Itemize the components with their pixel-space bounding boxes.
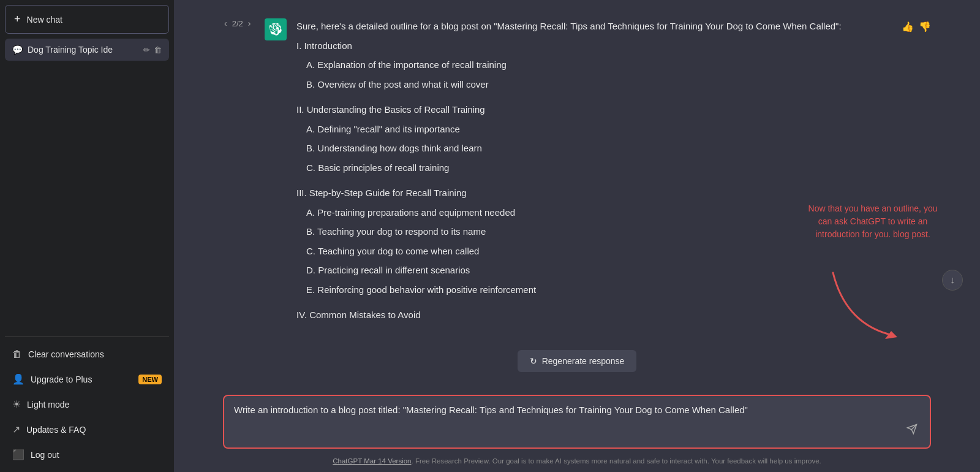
thumbs-up-button[interactable]: 👍 <box>902 21 914 32</box>
regenerate-label: Regenerate response <box>542 356 625 366</box>
scroll-down-button[interactable]: ↓ <box>942 270 963 291</box>
message-nav: ‹ 2/2 › <box>223 18 260 28</box>
regenerate-area: ↻ Regenerate response <box>223 345 931 375</box>
thumbs-down-button[interactable]: 👎 <box>919 21 931 32</box>
chat-item-actions: ✏ 🗑 <box>143 45 162 55</box>
gpt-message-content: Sure, here's a detailed outline for a bl… <box>296 18 892 333</box>
total-pages: 2 <box>239 19 243 28</box>
sidebar-item-lightmode[interactable]: ☀ Light mode <box>5 392 169 417</box>
edit-icon[interactable]: ✏ <box>143 45 150 55</box>
sun-icon: ☀ <box>12 398 21 410</box>
chat-area: ‹ 2/2 › Sure, here's a detailed outline … <box>174 0 980 389</box>
send-button[interactable] <box>904 421 920 440</box>
plus-icon: + <box>14 13 21 26</box>
main-panel: ‹ 2/2 › Sure, here's a detailed outline … <box>174 0 980 472</box>
external-link-icon: ↗ <box>12 424 20 435</box>
outline-sections: I. IntroductionA. Explanation of the imp… <box>296 38 892 323</box>
input-wrapper: Write an introduction to a blog post tit… <box>223 395 931 449</box>
outline-section: I. IntroductionA. Explanation of the imp… <box>296 38 892 93</box>
gpt-avatar <box>265 18 287 40</box>
chat-input[interactable]: Write an introduction to a blog post tit… <box>234 403 898 440</box>
outline-section: III. Step-by-Step Guide for Recall Train… <box>296 185 892 297</box>
chat-list: 💬 Dog Training Topic Ide ✏ 🗑 <box>5 39 169 61</box>
upgrade-label: Upgrade to Plus <box>31 375 92 384</box>
response-intro: Sure, here's a detailed outline for a bl… <box>296 18 892 34</box>
sidebar-item-upgrade[interactable]: 👤 Upgrade to Plus NEW <box>5 367 169 392</box>
trash-icon: 🗑 <box>12 349 22 360</box>
sidebar-divider <box>5 337 169 337</box>
clear-conversations-label: Clear conversations <box>28 349 104 359</box>
current-page: 2 <box>232 19 236 28</box>
logout-label: Log out <box>31 450 59 460</box>
next-message-button[interactable]: › <box>247 18 252 28</box>
message-nav-text: 2/2 <box>232 19 243 28</box>
sidebar-item-clear[interactable]: 🗑 Clear conversations <box>5 342 169 367</box>
updates-label: Updates & FAQ <box>26 425 86 435</box>
new-badge: NEW <box>138 375 162 384</box>
lightmode-label: Light mode <box>27 400 69 409</box>
delete-icon[interactable]: 🗑 <box>154 45 162 55</box>
footer-rest: . Free Research Preview. Our goal is to … <box>412 457 821 465</box>
footer: ChatGPT Mar 14 Version. Free Research Pr… <box>174 452 980 472</box>
sidebar: + New chat 💬 Dog Training Topic Ide ✏ 🗑 … <box>0 0 174 472</box>
footer-link[interactable]: ChatGPT Mar 14 Version <box>333 457 411 465</box>
feedback-icons: 👍 👎 <box>902 18 931 32</box>
message-row-gpt: ‹ 2/2 › Sure, here's a detailed outline … <box>223 18 931 333</box>
chat-item[interactable]: 💬 Dog Training Topic Ide ✏ 🗑 <box>5 39 169 61</box>
regenerate-button[interactable]: ↻ Regenerate response <box>518 350 637 372</box>
outline-section: II. Understanding the Basics of Recall T… <box>296 102 892 175</box>
new-chat-label: New chat <box>27 15 62 25</box>
logout-icon: ⬛ <box>12 449 24 460</box>
refresh-icon: ↻ <box>530 356 537 366</box>
outline-section: IV. Common Mistakes to Avoid <box>296 307 892 323</box>
user-icon: 👤 <box>12 373 24 385</box>
sidebar-item-logout[interactable]: ⬛ Log out <box>5 442 169 467</box>
sidebar-item-updates[interactable]: ↗ Updates & FAQ <box>5 417 169 442</box>
chat-item-label: Dog Training Topic Ide <box>28 45 138 55</box>
chat-icon: 💬 <box>12 45 23 55</box>
prev-message-button[interactable]: ‹ <box>223 18 228 28</box>
input-area: Write an introduction to a blog post tit… <box>174 389 980 452</box>
new-chat-button[interactable]: + New chat <box>5 5 169 34</box>
